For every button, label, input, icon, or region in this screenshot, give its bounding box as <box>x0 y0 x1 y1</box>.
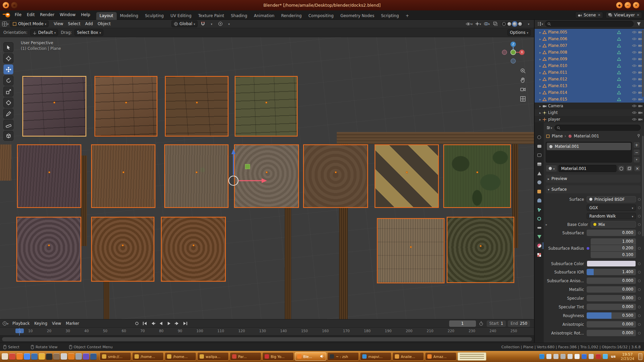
value-slider[interactable]: 0.000 <box>587 330 636 336</box>
proportional-falloff-dropdown[interactable] <box>226 20 232 27</box>
plane-object[interactable] <box>447 217 514 283</box>
snap-toggle-button[interactable] <box>200 20 206 27</box>
launcher-icon[interactable] <box>68 353 74 360</box>
disclosure-icon[interactable] <box>539 57 541 61</box>
disclosure-icon[interactable] <box>539 104 541 108</box>
tab-scene[interactable] <box>535 170 543 177</box>
grid-toggle-icon[interactable] <box>520 96 526 102</box>
plane-object[interactable] <box>161 217 226 282</box>
tool-add-cube[interactable] <box>3 131 13 141</box>
prev-keyframe-button[interactable] <box>149 320 157 326</box>
tool-move[interactable] <box>3 64 13 74</box>
decorator-dot[interactable] <box>638 223 641 226</box>
tool-cursor[interactable] <box>3 53 13 63</box>
taskbar-window-button[interactable]: mapvi... <box>360 352 391 361</box>
browse-material-button[interactable] <box>546 165 557 172</box>
options-dropdown[interactable]: Options <box>507 29 531 36</box>
decorator-dot[interactable] <box>638 262 641 265</box>
slot-specials-button[interactable] <box>633 157 640 163</box>
material-slot-list[interactable]: Material.001 <box>546 142 632 163</box>
editor-type-button[interactable] <box>2 20 9 27</box>
launcher-icon[interactable] <box>53 353 60 360</box>
preview-range-icon[interactable] <box>478 320 485 327</box>
show-desktop-button[interactable] <box>638 353 642 360</box>
decorator-dot[interactable] <box>638 306 641 308</box>
workspace-tab[interactable]: Animation <box>251 12 278 20</box>
remove-slot-button[interactable]: − <box>633 149 640 156</box>
clock[interactable]: 19:57 2/23/24 <box>619 352 636 361</box>
move-gizmo[interactable] <box>201 145 272 190</box>
launcher-icon[interactable] <box>2 353 8 360</box>
shading-solid-icon[interactable] <box>507 22 511 26</box>
material-slot-row[interactable]: Material.001 <box>547 143 631 150</box>
launcher-icon[interactable] <box>24 353 30 360</box>
vector-component-slider[interactable]: 1.000 <box>591 238 636 245</box>
decorator-dot[interactable] <box>638 288 641 291</box>
launcher-icon[interactable] <box>46 353 52 360</box>
xray-toggle-button[interactable] <box>492 20 499 27</box>
outliner-item[interactable]: Camera <box>535 103 644 109</box>
workspace-tab[interactable]: Modeling <box>117 12 142 20</box>
workspace-tab[interactable]: Shading <box>227 12 251 20</box>
timeline-menu[interactable]: View <box>50 319 63 327</box>
properties-editor-type-button[interactable] <box>546 124 552 131</box>
dock-structure[interactable] <box>104 282 109 319</box>
outliner-item[interactable]: Plane.010 <box>535 62 644 69</box>
viewport-menu[interactable]: View <box>51 20 65 28</box>
orientation-dropdown[interactable]: Default <box>30 29 58 36</box>
plane-object[interactable] <box>22 76 86 136</box>
launcher-icon[interactable] <box>61 353 67 360</box>
workspace-tab[interactable]: Compositing <box>305 12 337 20</box>
disable-in-render-icon[interactable] <box>638 111 643 115</box>
taskbar-window-button[interactable]: /home... <box>165 352 196 361</box>
transform-orientation-dropdown[interactable]: Global <box>171 20 198 27</box>
workspace-tab[interactable]: Rendering <box>278 12 305 20</box>
outliner-scrollbar[interactable] <box>642 30 644 97</box>
frame-end-field[interactable]: End 250 <box>508 320 530 327</box>
timeline-menu[interactable]: Keying <box>32 319 50 327</box>
plane-object[interactable] <box>377 218 444 283</box>
jump-to-end-button[interactable] <box>181 320 189 326</box>
decorator-dot[interactable] <box>638 247 641 250</box>
preview-panel-header[interactable]: Preview <box>546 175 641 183</box>
plane-object[interactable] <box>165 76 228 136</box>
dock-structure[interactable] <box>285 207 291 319</box>
plane-object[interactable] <box>303 144 368 208</box>
value-slider[interactable]: 0.000 <box>587 278 636 284</box>
proportional-edit-button[interactable] <box>217 20 224 27</box>
tray-icon[interactable] <box>553 354 558 359</box>
disclosure-icon[interactable] <box>539 97 541 102</box>
move-gizmo-plane-handle[interactable] <box>245 164 250 169</box>
disable-in-render-icon[interactable] <box>638 97 643 101</box>
hide-in-viewport-icon[interactable] <box>632 44 637 48</box>
plane-object[interactable] <box>91 217 154 282</box>
taskbar-window-button[interactable]: Analie... <box>392 352 424 361</box>
hide-in-viewport-icon[interactable] <box>632 30 637 34</box>
disclosure-icon[interactable] <box>539 83 541 88</box>
decorator-dot[interactable] <box>638 232 641 234</box>
timeline-ruler[interactable]: 1020304050607080901001101201301401501601… <box>0 328 534 336</box>
taskbar-window-button[interactable]: Big Yo... <box>262 352 294 361</box>
node-link-button[interactable]: Principled BSDF <box>587 196 636 202</box>
move-gizmo-center[interactable] <box>229 176 238 185</box>
decorator-dot[interactable] <box>638 215 641 218</box>
keyboard-layout-indicator[interactable]: us <box>610 354 616 359</box>
surface-panel-header[interactable]: Surface <box>546 185 641 193</box>
show-hide-dropdown[interactable] <box>466 20 473 27</box>
disable-in-render-icon[interactable] <box>638 104 643 108</box>
dock-structure[interactable] <box>81 156 87 246</box>
taskbar-window-button[interactable]: Ble... <box>295 352 326 361</box>
window-menu-icon[interactable]: ◉ <box>11 2 17 8</box>
hide-in-viewport-icon[interactable] <box>632 64 637 68</box>
hide-in-viewport-icon[interactable] <box>632 97 637 101</box>
play-reverse-button[interactable] <box>157 320 165 326</box>
properties-search-input[interactable] <box>561 126 638 130</box>
blender-menu-button[interactable] <box>3 12 10 18</box>
outliner-item[interactable]: Plane.014 <box>535 89 644 96</box>
properties-search[interactable] <box>554 125 641 131</box>
outliner-item[interactable]: Plane.013 <box>535 82 644 89</box>
outliner-item[interactable]: player <box>535 116 644 122</box>
outliner-item[interactable]: Plane.009 <box>535 56 644 62</box>
disclosure-icon[interactable] <box>539 63 541 68</box>
new-material-button[interactable] <box>626 165 633 172</box>
